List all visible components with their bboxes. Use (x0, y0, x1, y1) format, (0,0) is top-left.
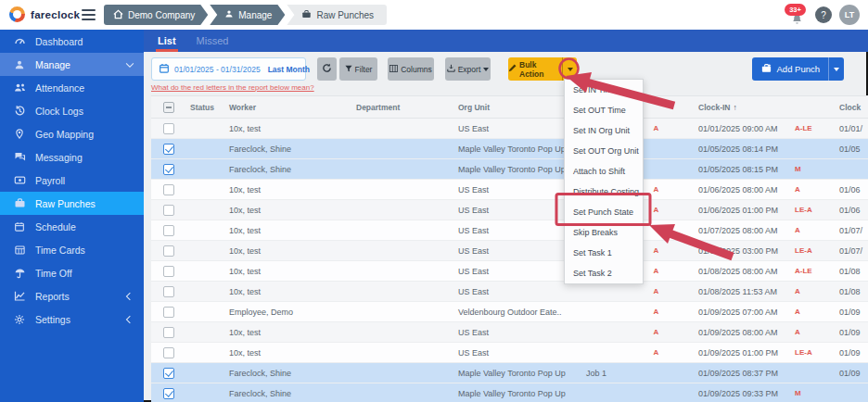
date-preset-link[interactable]: Last Month (268, 65, 310, 74)
flag-out: LE-A (784, 246, 835, 255)
flag-out: A (784, 185, 835, 194)
sidebar-item-attendance[interactable]: Attendance (0, 76, 144, 99)
row-checkbox[interactable] (163, 388, 174, 399)
row-checkbox[interactable] (163, 225, 174, 236)
columns-icon (389, 65, 398, 74)
columns-button[interactable]: Columns (388, 57, 434, 81)
sidebar-item-geo-mapping[interactable]: Geo Mapping (0, 122, 144, 145)
select-all-checkbox[interactable] (151, 102, 185, 113)
menu-item-skip-breaks[interactable]: Skip Breaks (565, 222, 643, 243)
tab-missed[interactable]: Missed (195, 30, 231, 52)
sidebar-item-schedule[interactable]: Schedule (0, 215, 144, 238)
menu-item-distribute-costing[interactable]: Distribute Costing (565, 182, 643, 202)
row-checkbox[interactable] (163, 184, 174, 195)
column-header-clock-in[interactable]: Clock-IN↑ (677, 103, 784, 112)
column-header-clock-out[interactable]: Clock (835, 103, 868, 112)
sidebar-item-payroll[interactable]: Payroll (0, 169, 144, 192)
sidebar-item-settings[interactable]: Settings (0, 308, 144, 331)
date-range-value: 01/01/2025 - 01/31/2025 (174, 65, 261, 74)
row-checkbox[interactable] (163, 205, 174, 216)
help-icon[interactable]: ? (815, 6, 832, 23)
menu-item-set-in-org-unit[interactable]: Set IN Org Unit (565, 120, 643, 141)
menu-item-set-punch-state[interactable]: Set Punch State (565, 202, 643, 222)
sidebar-item-raw-punches[interactable]: Raw Punches (0, 192, 144, 215)
filter-button[interactable]: Filter (339, 57, 377, 81)
bulk-action-button[interactable]: Bulk Action (508, 57, 577, 81)
menu-item-attach-to-shift[interactable]: Attach to Shift (565, 161, 643, 182)
top-header: fareclock Demo Company Manage Raw Punche… (0, 0, 868, 31)
avatar[interactable]: LT (839, 5, 860, 25)
table-header: Status Worker Department Org Unit Clock-… (151, 95, 868, 119)
table-row[interactable]: Fareclock, Shine Maple Valley Toronto Po… (151, 159, 868, 180)
hamburger-menu-icon[interactable] (82, 9, 96, 23)
punch-clock-icon (13, 197, 26, 210)
row-checkbox[interactable] (163, 123, 174, 134)
refresh-button[interactable] (317, 57, 337, 81)
time-off-icon (13, 267, 26, 280)
row-checkbox[interactable] (163, 266, 174, 277)
column-header-department[interactable]: Department (351, 103, 453, 112)
table-row[interactable]: Fareclock, Shine Maple Valley Toronto Po… (151, 139, 868, 159)
chevron-icon (126, 292, 134, 299)
breadcrumb-manage[interactable]: Manage (210, 5, 285, 25)
row-checkbox[interactable] (163, 347, 174, 358)
row-checkbox[interactable] (163, 144, 174, 155)
column-header-worker[interactable]: Worker (224, 103, 351, 112)
table-row[interactable]: 10x, test US East A 01/01/2025 09:00 AM … (151, 119, 868, 139)
menu-item-set-in-time[interactable]: Set IN Time (565, 80, 643, 100)
row-checkbox[interactable] (163, 368, 174, 379)
table-row[interactable]: Fareclock, Shine Maple Valley Toronto Po… (151, 363, 868, 383)
bulk-action-dropdown-caret[interactable] (562, 57, 577, 81)
date-range-picker[interactable]: 01/01/2025 - 01/31/2025 Last Month (151, 57, 306, 81)
menu-item-set-out-time[interactable]: Set OUT Time (565, 100, 643, 120)
notification-badge: 33+ (785, 4, 806, 16)
flag-in: A (635, 308, 677, 316)
add-punch-button[interactable]: Add Punch (752, 57, 844, 81)
add-punch-dropdown-caret[interactable] (828, 57, 844, 81)
breadcrumb: Demo Company Manage Raw Punches (104, 5, 387, 25)
punch-clock-icon (301, 9, 312, 21)
sidebar-item-clock-logs[interactable]: Clock Logs (0, 99, 144, 122)
sort-asc-icon: ↑ (733, 103, 736, 112)
table-row[interactable]: 10x, test US East A 01/07/2025 03:00 PM … (151, 241, 868, 261)
column-header-status[interactable]: Status (185, 103, 224, 112)
sidebar-item-time-cards[interactable]: Time Cards (0, 238, 144, 261)
table-row[interactable]: 10x, test US East A 01/06/2025 01:00 PM … (151, 200, 868, 220)
row-checkbox[interactable] (163, 286, 174, 297)
table-row[interactable]: Fareclock, Shine Maple Valley Toronto Po… (151, 383, 868, 402)
table-row[interactable]: 10x, test US East A 01/08/2025 11:53 AM … (151, 282, 868, 302)
menu-item-set-task-1[interactable]: Set Task 1 (565, 243, 643, 263)
refresh-icon (322, 63, 332, 75)
table-row[interactable]: 10x, test US East A 01/08/2025 08:00 AM … (151, 261, 868, 282)
sidebar-item-time-off[interactable]: Time Off (0, 261, 144, 284)
fareclock-app: fareclock Demo Company Manage Raw Punche… (0, 0, 868, 402)
export-icon (447, 64, 455, 74)
flag-out: A (784, 328, 835, 336)
row-checkbox[interactable] (163, 164, 174, 175)
menu-item-set-out-org-unit[interactable]: Set OUT Org Unit (565, 141, 643, 161)
sidebar-item-manage[interactable]: Manage (0, 53, 144, 76)
tab-list[interactable]: List (156, 30, 178, 52)
table-row[interactable]: 10x, test US East A 01/09/2025 08:00 AM … (151, 322, 868, 343)
table-row[interactable]: Employee, Demo Veldenbourg Outdoor Eate.… (151, 302, 868, 322)
table-row[interactable]: 10x, test US East A 01/09/2025 01:00 PM … (151, 343, 868, 363)
user-icon (13, 58, 26, 71)
breadcrumb-raw-punches[interactable]: Raw Punches (287, 5, 387, 25)
sidebar-item-messaging[interactable]: Messaging (0, 145, 144, 169)
breadcrumb-demo-company[interactable]: Demo Company (104, 5, 208, 25)
column-header-org-unit[interactable]: Org Unit (453, 103, 581, 112)
flag-out: A-LE (784, 124, 835, 132)
menu-item-set-task-2[interactable]: Set Task 2 (565, 263, 643, 283)
sidebar-item-reports[interactable]: Reports (0, 284, 144, 308)
row-checkbox[interactable] (163, 245, 174, 257)
bulk-action-menu: Set IN TimeSet OUT TimeSet IN Org UnitSe… (564, 79, 644, 284)
export-button[interactable]: Export (445, 57, 491, 81)
table-row[interactable]: 10x, test US East A 01/06/2025 08:00 AM … (151, 180, 868, 200)
row-checkbox[interactable] (163, 307, 174, 318)
red-letters-help-link[interactable]: What do the red letters in the report be… (151, 83, 314, 92)
table-row[interactable]: 10x, test US East 01/07/2025 08:00 AM A … (151, 220, 868, 241)
row-checkbox[interactable] (163, 327, 174, 338)
sidebar-item-dashboard[interactable]: Dashboard (0, 30, 144, 53)
app-logo[interactable]: fareclock (9, 6, 80, 22)
pencil-icon (508, 64, 517, 74)
